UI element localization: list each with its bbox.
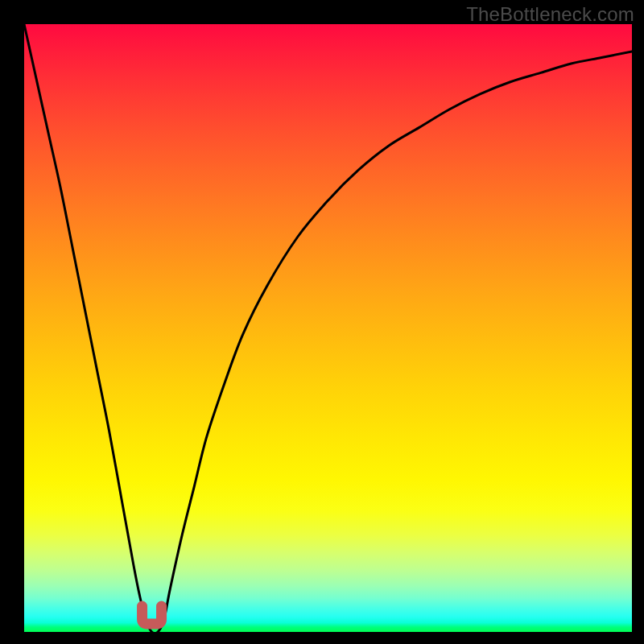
chart-frame: TheBottleneck.com bbox=[0, 0, 644, 644]
watermark-text: TheBottleneck.com bbox=[466, 3, 634, 26]
bottleneck-curve bbox=[24, 24, 632, 632]
plot-area bbox=[24, 24, 632, 632]
curve-layer bbox=[24, 24, 632, 632]
min-marker bbox=[142, 606, 162, 624]
